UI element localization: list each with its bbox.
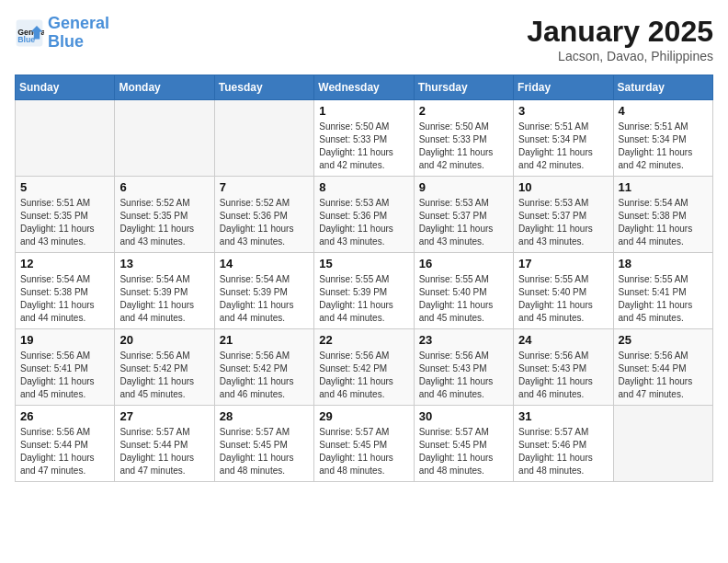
day-number: 9 (419, 180, 508, 194)
calendar-cell: 11Sunrise: 5:54 AM Sunset: 5:38 PM Dayli… (613, 177, 712, 253)
title-block: January 2025 Lacson, Davao, Philippines (527, 15, 713, 63)
day-number: 23 (419, 333, 508, 347)
calendar-cell: 6Sunrise: 5:52 AM Sunset: 5:35 PM Daylig… (115, 177, 214, 253)
day-number: 30 (419, 409, 508, 423)
day-info: Sunrise: 5:50 AM Sunset: 5:33 PM Dayligh… (319, 121, 408, 172)
day-number: 17 (518, 257, 608, 270)
day-number: 29 (319, 409, 408, 423)
day-number: 22 (319, 333, 408, 347)
day-number: 8 (319, 180, 408, 194)
day-of-week-header: Sunday (16, 75, 115, 100)
calendar-cell: 29Sunrise: 5:57 AM Sunset: 5:45 PM Dayli… (314, 406, 414, 482)
calendar-cell (16, 100, 115, 177)
day-number: 16 (419, 257, 508, 270)
calendar-cell: 2Sunrise: 5:50 AM Sunset: 5:33 PM Daylig… (414, 100, 513, 177)
day-number: 19 (20, 333, 109, 347)
day-number: 7 (220, 180, 309, 194)
day-info: Sunrise: 5:50 AM Sunset: 5:33 PM Dayligh… (419, 121, 508, 172)
day-of-week-header: Thursday (414, 75, 513, 100)
month-title: January 2025 (527, 15, 713, 49)
day-info: Sunrise: 5:55 AM Sunset: 5:40 PM Dayligh… (518, 273, 608, 325)
calendar-cell: 20Sunrise: 5:56 AM Sunset: 5:42 PM Dayli… (115, 329, 214, 406)
day-of-week-header: Tuesday (214, 75, 313, 100)
day-of-week-header: Monday (115, 75, 214, 100)
calendar-week-row: 26Sunrise: 5:56 AM Sunset: 5:44 PM Dayli… (16, 406, 713, 482)
logo-icon: General Blue (15, 18, 44, 48)
day-info: Sunrise: 5:57 AM Sunset: 5:44 PM Dayligh… (119, 426, 209, 477)
logo: General Blue GeneralBlue (15, 15, 109, 52)
day-info: Sunrise: 5:51 AM Sunset: 5:35 PM Dayligh… (20, 197, 109, 248)
day-number: 20 (119, 333, 209, 347)
calendar-cell: 24Sunrise: 5:56 AM Sunset: 5:43 PM Dayli… (514, 329, 613, 406)
day-number: 18 (619, 257, 708, 270)
day-info: Sunrise: 5:53 AM Sunset: 5:37 PM Dayligh… (518, 197, 608, 248)
calendar-week-row: 19Sunrise: 5:56 AM Sunset: 5:41 PM Dayli… (16, 329, 713, 406)
day-info: Sunrise: 5:54 AM Sunset: 5:38 PM Dayligh… (20, 273, 109, 325)
calendar-cell: 31Sunrise: 5:57 AM Sunset: 5:46 PM Dayli… (514, 406, 613, 482)
day-info: Sunrise: 5:52 AM Sunset: 5:35 PM Dayligh… (119, 197, 209, 248)
calendar-cell: 28Sunrise: 5:57 AM Sunset: 5:45 PM Dayli… (214, 406, 313, 482)
calendar-cell: 7Sunrise: 5:52 AM Sunset: 5:36 PM Daylig… (214, 177, 313, 253)
calendar-cell: 14Sunrise: 5:54 AM Sunset: 5:39 PM Dayli… (214, 253, 313, 329)
calendar-cell: 25Sunrise: 5:56 AM Sunset: 5:44 PM Dayli… (613, 329, 712, 406)
day-info: Sunrise: 5:57 AM Sunset: 5:45 PM Dayligh… (220, 426, 309, 477)
day-info: Sunrise: 5:54 AM Sunset: 5:39 PM Dayligh… (220, 273, 309, 325)
calendar-cell: 5Sunrise: 5:51 AM Sunset: 5:35 PM Daylig… (16, 177, 115, 253)
day-number: 12 (20, 257, 109, 270)
day-number: 26 (20, 409, 109, 423)
calendar-cell: 10Sunrise: 5:53 AM Sunset: 5:37 PM Dayli… (514, 177, 613, 253)
calendar-cell: 18Sunrise: 5:55 AM Sunset: 5:41 PM Dayli… (613, 253, 712, 329)
day-info: Sunrise: 5:56 AM Sunset: 5:42 PM Dayligh… (220, 350, 309, 401)
calendar-cell: 30Sunrise: 5:57 AM Sunset: 5:45 PM Dayli… (414, 406, 513, 482)
day-number: 15 (319, 257, 408, 270)
calendar-week-row: 1Sunrise: 5:50 AM Sunset: 5:33 PM Daylig… (16, 100, 713, 177)
svg-text:Blue: Blue (17, 35, 35, 44)
calendar-cell: 4Sunrise: 5:51 AM Sunset: 5:34 PM Daylig… (613, 100, 712, 177)
calendar-cell: 9Sunrise: 5:53 AM Sunset: 5:37 PM Daylig… (414, 177, 513, 253)
calendar-week-row: 12Sunrise: 5:54 AM Sunset: 5:38 PM Dayli… (16, 253, 713, 329)
calendar-cell: 22Sunrise: 5:56 AM Sunset: 5:42 PM Dayli… (314, 329, 414, 406)
day-info: Sunrise: 5:53 AM Sunset: 5:37 PM Dayligh… (419, 197, 508, 248)
day-info: Sunrise: 5:57 AM Sunset: 5:45 PM Dayligh… (319, 426, 408, 477)
calendar-cell: 17Sunrise: 5:55 AM Sunset: 5:40 PM Dayli… (514, 253, 613, 329)
day-info: Sunrise: 5:56 AM Sunset: 5:44 PM Dayligh… (619, 350, 708, 401)
calendar-cell (613, 406, 712, 482)
calendar-cell: 3Sunrise: 5:51 AM Sunset: 5:34 PM Daylig… (514, 100, 613, 177)
day-number: 31 (518, 409, 608, 423)
day-info: Sunrise: 5:56 AM Sunset: 5:42 PM Dayligh… (119, 350, 209, 401)
calendar-cell: 27Sunrise: 5:57 AM Sunset: 5:44 PM Dayli… (115, 406, 214, 482)
day-number: 28 (220, 409, 309, 423)
day-number: 27 (119, 409, 209, 423)
day-info: Sunrise: 5:51 AM Sunset: 5:34 PM Dayligh… (619, 121, 708, 172)
day-number: 6 (119, 180, 209, 194)
day-number: 3 (518, 104, 608, 118)
day-number: 5 (20, 180, 109, 194)
day-info: Sunrise: 5:56 AM Sunset: 5:41 PM Dayligh… (20, 350, 109, 401)
day-info: Sunrise: 5:56 AM Sunset: 5:43 PM Dayligh… (518, 350, 608, 401)
day-info: Sunrise: 5:56 AM Sunset: 5:42 PM Dayligh… (319, 350, 408, 401)
day-info: Sunrise: 5:52 AM Sunset: 5:36 PM Dayligh… (220, 197, 309, 248)
logo-text: GeneralBlue (48, 15, 109, 52)
day-info: Sunrise: 5:54 AM Sunset: 5:38 PM Dayligh… (619, 197, 708, 248)
calendar-cell: 21Sunrise: 5:56 AM Sunset: 5:42 PM Dayli… (214, 329, 313, 406)
day-number: 2 (419, 104, 508, 118)
day-number: 10 (518, 180, 608, 194)
calendar-cell: 26Sunrise: 5:56 AM Sunset: 5:44 PM Dayli… (16, 406, 115, 482)
calendar-cell: 19Sunrise: 5:56 AM Sunset: 5:41 PM Dayli… (16, 329, 115, 406)
day-info: Sunrise: 5:56 AM Sunset: 5:43 PM Dayligh… (419, 350, 508, 401)
calendar-cell: 13Sunrise: 5:54 AM Sunset: 5:39 PM Dayli… (115, 253, 214, 329)
day-number: 21 (220, 333, 309, 347)
calendar-table: SundayMondayTuesdayWednesdayThursdayFrid… (15, 75, 713, 482)
calendar-cell: 1Sunrise: 5:50 AM Sunset: 5:33 PM Daylig… (314, 100, 414, 177)
day-info: Sunrise: 5:55 AM Sunset: 5:39 PM Dayligh… (319, 273, 408, 325)
day-info: Sunrise: 5:57 AM Sunset: 5:45 PM Dayligh… (419, 426, 508, 477)
day-number: 4 (619, 104, 708, 118)
calendar-cell: 15Sunrise: 5:55 AM Sunset: 5:39 PM Dayli… (314, 253, 414, 329)
day-number: 24 (518, 333, 608, 347)
day-number: 11 (619, 180, 708, 194)
calendar-week-row: 5Sunrise: 5:51 AM Sunset: 5:35 PM Daylig… (16, 177, 713, 253)
day-of-week-header: Saturday (613, 75, 712, 100)
calendar-header-row: SundayMondayTuesdayWednesdayThursdayFrid… (16, 75, 713, 100)
calendar-cell: 23Sunrise: 5:56 AM Sunset: 5:43 PM Dayli… (414, 329, 513, 406)
location: Lacson, Davao, Philippines (527, 49, 713, 63)
